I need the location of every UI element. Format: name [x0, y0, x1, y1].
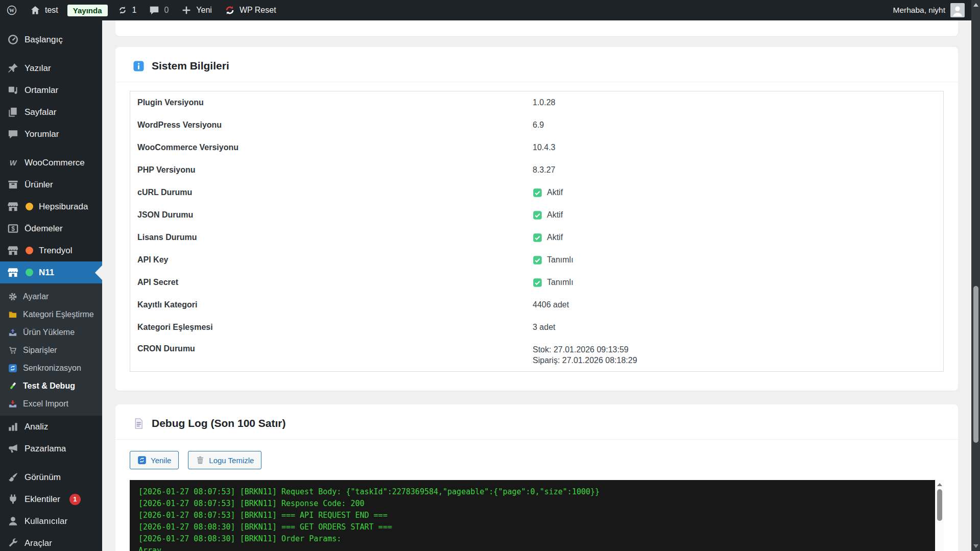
- sidebar-item-pazarlama[interactable]: Pazarlama: [0, 438, 102, 460]
- submenu-item-senkronizasyon[interactable]: Senkronizasyon: [0, 359, 102, 377]
- refresh-log-button[interactable]: Yenile: [130, 451, 179, 469]
- terminal-scrollbar-thumb[interactable]: [937, 489, 942, 521]
- sidebar-item-sayfalar[interactable]: Sayfalar: [0, 101, 102, 123]
- trash-icon: [196, 456, 205, 465]
- sidebar-item-kullanicilar[interactable]: Kullanıcılar: [0, 510, 102, 532]
- comments-menu[interactable]: 0: [142, 0, 175, 20]
- submenu-item-label: Ayarlar: [23, 292, 49, 301]
- check-icon: [533, 210, 542, 220]
- comment-bubble-icon: [149, 5, 160, 16]
- sync-icon: [137, 456, 147, 465]
- row-value: 4406 adet: [533, 300, 569, 309]
- sidebar-item-gorunum[interactable]: Görünüm: [0, 466, 102, 488]
- sidebar-item-label: Yazılar: [25, 63, 51, 74]
- scroll-up-arrow-icon[interactable]: [973, 3, 978, 7]
- sidebar-item-araclar[interactable]: Araçlar: [0, 532, 102, 551]
- admin-bar: W test Yayında 1 0 Yeni WP Reset Merhaba…: [0, 0, 980, 20]
- submenu-item-test-debug[interactable]: Test & Debug: [0, 377, 102, 395]
- admin-sidebar: BaşlangıçYazılarOrtamlarSayfalarYorumlar…: [0, 20, 102, 551]
- marketplace-dot-icon: [26, 269, 33, 276]
- table-row: PHP Versiyonu8.3.27: [130, 159, 943, 181]
- sidebar-item-yazilar[interactable]: Yazılar: [0, 57, 102, 79]
- woocommerce-icon: W: [7, 157, 19, 169]
- row-label: cURL Durumu: [130, 188, 533, 197]
- sidebar-item-ortamlar[interactable]: Ortamlar: [0, 79, 102, 101]
- submenu-item-label: Senkronizasyon: [23, 364, 81, 373]
- gear-icon: [8, 292, 17, 301]
- update-count: 1: [132, 6, 137, 15]
- submenu-item-label: Test & Debug: [23, 381, 75, 391]
- row-label: JSON Durumu: [130, 210, 533, 220]
- row-label: Lisans Durumu: [130, 233, 533, 242]
- submenu-item-siparisler[interactable]: Siparişler: [0, 341, 102, 359]
- sidebar-item-urunler[interactable]: Ürünler: [0, 174, 102, 196]
- n11-submenu: AyarlarKategori EşleştirmeÜrün YüklemeSi…: [0, 283, 102, 416]
- clear-log-label: Logu Temizle: [209, 456, 254, 465]
- sidebar-item-hepsiburada[interactable]: Hepsiburada: [0, 196, 102, 218]
- excel-import-icon: [8, 399, 17, 409]
- sidebar-item-baslangic[interactable]: Başlangıç: [0, 29, 102, 51]
- sidebar-item-label: Yorumlar: [25, 129, 59, 139]
- row-value: Aktif: [533, 233, 563, 243]
- sidebar-item-label: Araçlar: [25, 538, 52, 548]
- home-icon: [30, 5, 41, 16]
- submenu-item-excel-import[interactable]: Excel Import: [0, 395, 102, 413]
- table-row: WordPress Versiyonu6.9: [130, 114, 943, 136]
- sidebar-item-label: Ürünler: [25, 180, 53, 190]
- submenu-item-urun-yukleme[interactable]: Ürün Yükleme: [0, 323, 102, 341]
- media-icon: [7, 84, 19, 96]
- sidebar-item-n11[interactable]: N11: [0, 261, 102, 283]
- clear-log-button[interactable]: Logu Temizle: [188, 451, 261, 469]
- sidebar-item-woocommerce[interactable]: WWooCommerce: [0, 152, 102, 174]
- wp-reset-menu[interactable]: WP Reset: [218, 0, 282, 20]
- divider: [115, 82, 958, 82]
- submenu-item-label: Excel Import: [23, 399, 68, 409]
- page-scrollbar-thumb[interactable]: [973, 286, 978, 443]
- submenu-item-ayarlar[interactable]: Ayarlar: [0, 288, 102, 305]
- row-value: 10.4.3: [533, 143, 555, 152]
- site-menu[interactable]: test: [23, 0, 64, 20]
- row-label: Kategori Eşleşmesi: [130, 323, 533, 332]
- updates-menu[interactable]: 1: [111, 0, 143, 20]
- upload-icon: [8, 328, 17, 337]
- account-menu[interactable]: Merhaba, niyht: [893, 3, 980, 17]
- svg-text:W: W: [9, 8, 15, 13]
- sidebar-item-label: Sayfalar: [25, 107, 56, 117]
- pages-icon: [7, 106, 19, 118]
- terminal-scrollbar[interactable]: [935, 480, 944, 551]
- sidebar-item-odemeler[interactable]: $Ödemeler: [0, 218, 102, 239]
- system-info-card: Sistem Bilgileri Plugin Versiyonu1.0.28W…: [115, 47, 958, 391]
- products-icon: [7, 179, 19, 190]
- row-value: Tanımlı: [533, 255, 573, 265]
- sidebar-item-label: Analiz: [25, 422, 48, 432]
- wordpress-menu[interactable]: W: [0, 0, 23, 20]
- scroll-down-arrow-icon[interactable]: [973, 544, 978, 548]
- dashboard-icon: [7, 34, 19, 45]
- sidebar-item-yorumlar[interactable]: Yorumlar: [0, 123, 102, 145]
- sidebar-item-analiz[interactable]: Analiz: [0, 416, 102, 438]
- row-value: Stok: 27.01.2026 09:13:59Sipariş: 27.01.…: [533, 344, 637, 366]
- row-value: 8.3.27: [533, 165, 555, 175]
- row-value-text: Tanımlı: [547, 278, 573, 287]
- scroll-up-arrow-icon[interactable]: [937, 483, 942, 486]
- table-row: cURL DurumuAktif: [130, 181, 943, 204]
- row-value-text: 1.0.28: [533, 98, 555, 107]
- table-row: Kategori Eşleşmesi3 adet: [130, 316, 943, 339]
- page-scrollbar[interactable]: [971, 0, 980, 551]
- debug-log-lines: [2026-01-27 08:07:53] [BRKN11] Request B…: [130, 480, 944, 551]
- row-value-text: Aktif: [547, 210, 563, 220]
- sidebar-item-label: Eklentiler: [25, 494, 60, 505]
- store-icon: [7, 267, 19, 278]
- row-value: Tanımlı: [533, 278, 573, 288]
- row-value-text: 6.9: [533, 121, 544, 130]
- row-value-text: 3 adet: [533, 323, 555, 332]
- sidebar-item-eklentiler[interactable]: Eklentiler1: [0, 488, 102, 510]
- debug-log-terminal[interactable]: [2026-01-27 08:07:53] [BRKN11] Request B…: [130, 480, 944, 551]
- new-content-menu[interactable]: Yeni: [175, 0, 218, 20]
- sidebar-item-trendyol[interactable]: Trendyol: [0, 239, 102, 261]
- row-value-text: 10.4.3: [533, 143, 555, 152]
- svg-text:W: W: [10, 159, 17, 167]
- submenu-item-kategori-eslestirme[interactable]: Kategori Eşleştirme: [0, 305, 102, 323]
- comment-count: 0: [164, 6, 169, 15]
- sidebar-item-label: Başlangıç: [25, 35, 63, 45]
